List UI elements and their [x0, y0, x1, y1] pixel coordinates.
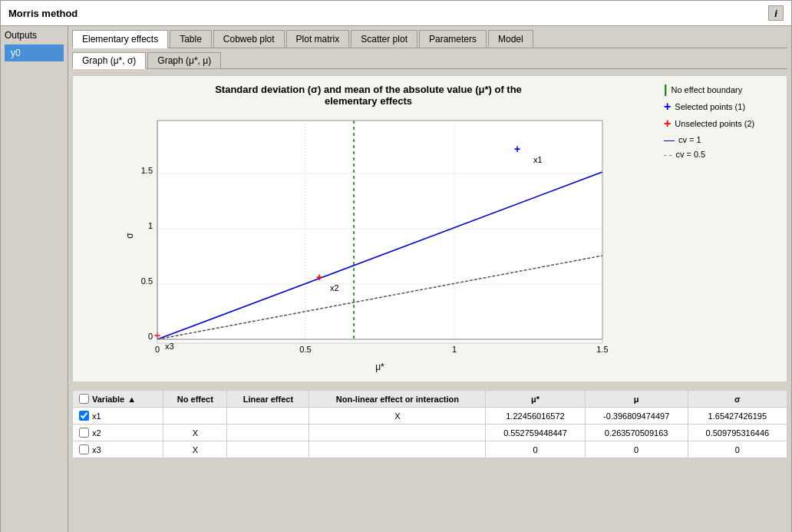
- sidebar-item-y0[interactable]: y0: [5, 45, 64, 61]
- row1-variable: x1: [73, 408, 163, 425]
- legend-cv05: - - cv = 0.5: [664, 150, 779, 159]
- row1-mu-star: 1.22456016572: [486, 408, 585, 425]
- row3-mu-star: 0: [486, 441, 585, 458]
- legend-cv05-icon: - -: [664, 150, 672, 159]
- tab-scatter-plot[interactable]: Scatter plot: [351, 30, 417, 48]
- col-header-mu: μ: [585, 391, 688, 408]
- svg-text:1.5: 1.5: [141, 166, 153, 175]
- row1-variable-label: x1: [92, 411, 101, 421]
- col-header-sigma: σ: [688, 391, 787, 408]
- chart-svg: σ μ* 0 0.5 1 1.5: [119, 113, 618, 374]
- info-button[interactable]: i: [768, 5, 784, 21]
- legend-unselected-label: Unselected points (2): [675, 119, 754, 128]
- row2-linear-effect: [227, 425, 309, 441]
- row3-linear-effect: [227, 441, 309, 458]
- svg-text:0: 0: [155, 345, 160, 354]
- legend-selected-points: + Selected points (1): [664, 101, 779, 113]
- legend-no-effect-icon: |: [664, 84, 667, 96]
- col-header-variable: Variable ▲: [73, 391, 163, 408]
- row3-sigma: 0: [688, 441, 787, 458]
- window-title: Morris method: [8, 8, 78, 19]
- svg-text:+: +: [316, 271, 322, 283]
- graph-tabs: Graph (μ*, σ) Graph (μ*, μ): [72, 52, 787, 69]
- svg-text:x2: x2: [330, 283, 339, 292]
- col-header-linear-effect: Linear effect: [227, 391, 309, 408]
- svg-text:1: 1: [452, 345, 457, 354]
- table-row: x3 X 0 0 0: [73, 441, 787, 458]
- row1-nonlinear: X: [309, 408, 486, 425]
- row2-mu-star: 0.552759448447: [486, 425, 585, 441]
- table-row: x1 X 1.22456016572 -0.396809474497 1.654…: [73, 408, 787, 425]
- row1-linear-effect: [227, 408, 309, 425]
- legend-cv05-label: cv = 0.5: [675, 150, 705, 159]
- row3-checkbox[interactable]: [79, 444, 89, 454]
- tab-plot-matrix[interactable]: Plot matrix: [286, 30, 350, 48]
- row2-variable-label: x2: [92, 428, 101, 438]
- col-header-mu-star: μ*: [486, 391, 585, 408]
- row1-no-effect: [163, 408, 227, 425]
- chart-title: Standard deviation (σ) and mean of the a…: [81, 84, 656, 107]
- tab-graph-mu-sigma[interactable]: Graph (μ*, σ): [72, 52, 146, 69]
- svg-text:x3: x3: [165, 342, 174, 351]
- sort-icon: ▲: [127, 395, 136, 404]
- svg-text:+: +: [514, 143, 520, 155]
- col-header-nonlinear: Non-linear effect or interaction: [309, 391, 486, 408]
- main-tabs: Elementary effects Table Cobweb plot Plo…: [72, 30, 787, 48]
- svg-rect-0: [157, 121, 602, 343]
- svg-text:0.5: 0.5: [299, 345, 311, 354]
- row2-variable: x2: [73, 425, 163, 441]
- row3-variable-label: x3: [92, 445, 101, 454]
- legend-no-effect: | No effect boundary: [664, 84, 779, 96]
- tab-parameters[interactable]: Parameters: [419, 30, 487, 48]
- svg-text:1.5: 1.5: [596, 345, 608, 354]
- row2-nonlinear: [309, 425, 486, 441]
- row2-mu: 0.263570509163: [585, 425, 688, 441]
- row3-variable: x3: [73, 441, 163, 458]
- row2-sigma: 0.509795316446: [688, 425, 787, 441]
- row2-no-effect: X: [163, 425, 227, 441]
- row1-checkbox[interactable]: [79, 411, 89, 421]
- col-header-no-effect: No effect: [163, 391, 227, 408]
- chart-container: Standard deviation (σ) and mean of the a…: [81, 84, 656, 374]
- table-row: x2 X 0.552759448447 0.263570509163 0.509…: [73, 425, 787, 441]
- row1-sigma: 1.65427426195: [688, 408, 787, 425]
- tab-table[interactable]: Table: [170, 30, 212, 48]
- svg-text:0.5: 0.5: [141, 276, 153, 286]
- svg-text:1: 1: [148, 221, 153, 230]
- row3-nonlinear: [309, 441, 486, 458]
- svg-text:0: 0: [148, 332, 153, 341]
- select-all-checkbox[interactable]: [79, 394, 89, 404]
- svg-text:σ: σ: [124, 233, 135, 239]
- tab-graph-mu-mu[interactable]: Graph (μ*, μ): [147, 52, 221, 68]
- legend-cv1-label: cv = 1: [678, 135, 701, 144]
- tab-cobweb-plot[interactable]: Cobweb plot: [213, 30, 285, 48]
- col-variable-label: Variable: [92, 395, 124, 404]
- graph-panel: Standard deviation (σ) and mean of the a…: [72, 75, 787, 382]
- legend-cv1-icon: —: [664, 134, 675, 145]
- legend-selected-label: Selected points (1): [675, 102, 745, 111]
- svg-text:μ*: μ*: [375, 362, 384, 372]
- legend-no-effect-label: No effect boundary: [671, 85, 742, 94]
- outputs-label: Outputs: [5, 30, 64, 41]
- legend-selected-icon: +: [664, 101, 671, 113]
- legend-unselected-icon: +: [664, 117, 671, 130]
- legend-cv1: — cv = 1: [664, 134, 779, 145]
- tab-model[interactable]: Model: [488, 30, 533, 48]
- row2-checkbox[interactable]: [79, 428, 89, 438]
- row3-mu: 0: [585, 441, 688, 458]
- tab-elementary-effects[interactable]: Elementary effects: [72, 30, 168, 48]
- row3-no-effect: X: [163, 441, 227, 458]
- legend-area: | No effect boundary + Selected points (…: [656, 84, 779, 374]
- data-table: Variable ▲ No effect Linear effect Non-l…: [72, 390, 787, 458]
- legend-unselected-points: + Unselected points (2): [664, 117, 779, 130]
- row1-mu: -0.396809474497: [585, 408, 688, 425]
- svg-text:x1: x1: [533, 155, 543, 164]
